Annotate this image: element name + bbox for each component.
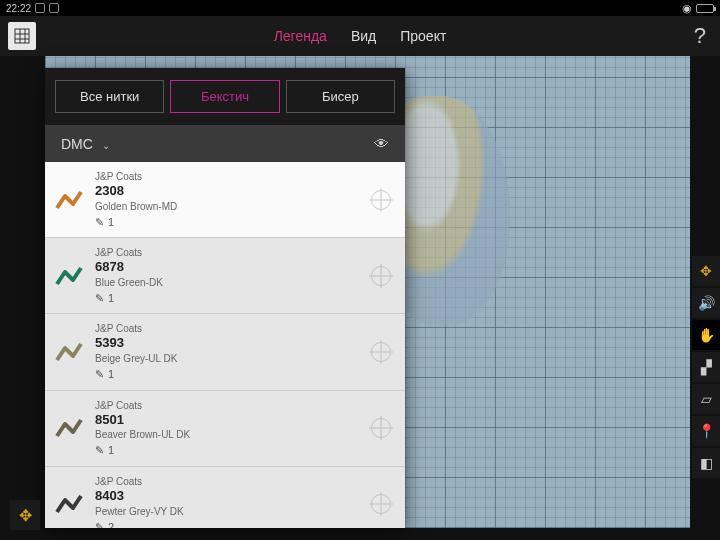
help-button[interactable]: ? (694, 23, 706, 49)
thread-brand: J&P Coats (95, 322, 359, 335)
thread-info: J&P Coats2308Golden Brown-MD✎ 1 (95, 170, 359, 229)
thread-row[interactable]: J&P Coats2308Golden Brown-MD✎ 1 (45, 162, 405, 238)
tab-view[interactable]: Вид (351, 24, 376, 48)
pencil-icon: ✎ (95, 291, 104, 305)
thread-code: 6878 (95, 259, 359, 276)
thread-count: ✎ 1 (95, 367, 359, 381)
thread-swatch (55, 490, 83, 518)
ptab-all-threads[interactable]: Все нитки (55, 80, 164, 113)
thread-row[interactable]: J&P Coats8501Beaver Brown-UL DK✎ 1 (45, 391, 405, 467)
move-handle-button[interactable]: ✥ (10, 500, 40, 530)
thread-code: 8501 (95, 412, 359, 429)
thread-row[interactable]: J&P Coats8403Pewter Grey-VY DK✎ 2 (45, 467, 405, 528)
right-toolbar: ✥ 🔊 ✋ ▞ ▱ 📍 ◧ (692, 256, 720, 480)
ptab-backstitch[interactable]: Бекстич (170, 80, 279, 113)
brand-filter-label: DMC ⌄ (61, 136, 110, 152)
tool-contrast[interactable]: ◧ (692, 448, 720, 478)
legend-panel: Все нитки Бекстич Бисер DMC ⌄ 👁 J&P Coat… (45, 68, 405, 528)
thread-count: ✎ 2 (95, 520, 359, 528)
locate-button[interactable] (371, 266, 391, 286)
thread-swatch (55, 414, 83, 442)
locate-button[interactable] (371, 418, 391, 438)
thread-name: Pewter Grey-VY DK (95, 505, 359, 518)
brand-filter-row[interactable]: DMC ⌄ 👁 (45, 125, 405, 162)
tool-hand[interactable]: ✋ (692, 320, 720, 350)
thread-swatch (55, 262, 83, 290)
content-area: 71 Все нитки Бекстич Бисер DMC ⌄ 👁 J&P C… (0, 56, 720, 540)
locate-button[interactable] (371, 190, 391, 210)
ptab-beads[interactable]: Бисер (286, 80, 395, 113)
thread-info: J&P Coats5393Beige Grey-UL DK✎ 1 (95, 322, 359, 381)
thread-list[interactable]: J&P Coats2308Golden Brown-MD✎ 1J&P Coats… (45, 162, 405, 528)
thread-count: ✎ 1 (95, 291, 359, 305)
thread-info: J&P Coats8501Beaver Brown-UL DK✎ 1 (95, 399, 359, 458)
thread-count: ✎ 1 (95, 443, 359, 457)
android-statusbar: 22:22 ◉ (0, 0, 720, 16)
pencil-icon: ✎ (95, 443, 104, 457)
thread-info: J&P Coats6878Blue Green-DK✎ 1 (95, 246, 359, 305)
main-nav-tabs: Легенда Вид Проект (274, 24, 447, 48)
pencil-icon: ✎ (95, 215, 104, 229)
thread-code: 5393 (95, 335, 359, 352)
locate-button[interactable] (371, 342, 391, 362)
status-indicator-2 (49, 3, 59, 13)
thread-code: 2308 (95, 183, 359, 200)
tool-move[interactable]: ✥ (692, 256, 720, 286)
wifi-icon: ◉ (682, 2, 692, 15)
tool-crop[interactable]: ▱ (692, 384, 720, 414)
visibility-icon[interactable]: 👁 (374, 135, 389, 152)
thread-row[interactable]: J&P Coats5393Beige Grey-UL DK✎ 1 (45, 314, 405, 390)
thread-type-tabs: Все нитки Бекстич Бисер (45, 68, 405, 125)
status-indicator-1 (35, 3, 45, 13)
tab-project[interactable]: Проект (400, 24, 446, 48)
battery-icon (696, 4, 714, 13)
tool-pin[interactable]: 📍 (692, 416, 720, 446)
thread-brand: J&P Coats (95, 170, 359, 183)
thread-info: J&P Coats8403Pewter Grey-VY DK✎ 2 (95, 475, 359, 528)
thread-count: ✎ 1 (95, 215, 359, 229)
pencil-icon: ✎ (95, 520, 104, 528)
thread-name: Golden Brown-MD (95, 200, 359, 213)
thread-name: Beige Grey-UL DK (95, 352, 359, 365)
locate-button[interactable] (371, 494, 391, 514)
grid-button[interactable] (8, 22, 36, 50)
thread-name: Blue Green-DK (95, 276, 359, 289)
thread-row[interactable]: J&P Coats6878Blue Green-DK✎ 1 (45, 238, 405, 314)
top-toolbar: Легенда Вид Проект ? (0, 16, 720, 56)
thread-brand: J&P Coats (95, 246, 359, 259)
tool-sound[interactable]: 🔊 (692, 288, 720, 318)
grid-icon (14, 28, 30, 44)
thread-name: Beaver Brown-UL DK (95, 428, 359, 441)
svg-rect-0 (15, 29, 29, 43)
thread-brand: J&P Coats (95, 475, 359, 488)
tab-legend[interactable]: Легенда (274, 24, 327, 48)
chevron-down-icon: ⌄ (99, 140, 110, 151)
pencil-icon: ✎ (95, 367, 104, 381)
status-time: 22:22 (6, 3, 31, 14)
thread-swatch (55, 186, 83, 214)
thread-swatch (55, 338, 83, 366)
tool-stairs[interactable]: ▞ (692, 352, 720, 382)
thread-brand: J&P Coats (95, 399, 359, 412)
thread-code: 8403 (95, 488, 359, 505)
